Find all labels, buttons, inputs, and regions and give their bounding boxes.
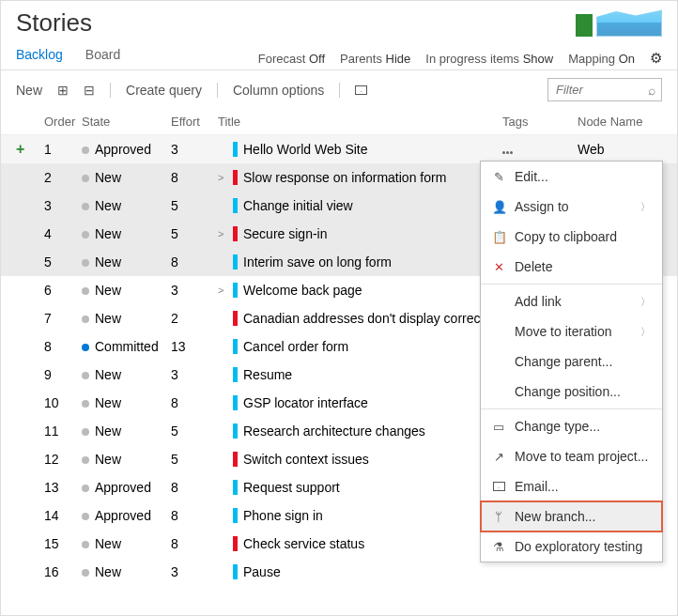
cell-order: 16 [44, 564, 82, 579]
cell-title[interactable]: Interim save on long form [218, 254, 502, 270]
pencil-icon: ✎ [492, 170, 505, 184]
cell-order: 14 [44, 508, 82, 523]
col-state[interactable]: State [82, 115, 171, 129]
menu-edit[interactable]: ✎Edit... [481, 162, 662, 192]
menu-change-position[interactable]: Change position... [481, 377, 662, 407]
menu-new-branch[interactable]: ᛘNew branch... [481, 501, 662, 531]
cell-state: New [82, 226, 171, 241]
table-row[interactable]: +1Approved3Hello World Web SiteWeb [1, 135, 677, 163]
cell-state: Approved [82, 508, 171, 523]
cell-order: 10 [44, 395, 82, 410]
cell-order: 13 [44, 480, 82, 495]
cell-order: 12 [44, 452, 82, 467]
col-node[interactable]: Node Name [578, 115, 662, 129]
menu-delete[interactable]: ✕Delete [481, 252, 662, 282]
column-options-button[interactable]: Column options [233, 83, 324, 98]
collapse-icon[interactable]: ⊟ [84, 83, 95, 98]
expand-icon[interactable]: ⊞ [57, 83, 69, 98]
menu-copy[interactable]: 📋Copy to clipboard [481, 222, 662, 252]
cell-state: New [82, 424, 171, 439]
cell-title[interactable]: Hello World Web Site [218, 142, 502, 157]
clipboard-icon: 📋 [492, 230, 505, 244]
cell-effort: 3 [171, 367, 218, 382]
cell-state: New [82, 367, 171, 382]
tab-backlog[interactable]: Backlog [16, 47, 63, 69]
filter-input[interactable] [548, 79, 642, 100]
type-bar [233, 395, 238, 410]
cell-effort: 3 [171, 564, 218, 579]
type-bar [233, 367, 238, 382]
cell-effort: 2 [171, 311, 218, 326]
cell-title[interactable]: >Slow response on information form [218, 170, 502, 185]
page-title: Stories [16, 8, 92, 38]
change-type-icon: ▭ [492, 420, 505, 434]
cell-state: Approved [82, 142, 171, 157]
menu-change-type[interactable]: ▭Change type... [481, 411, 662, 441]
type-bar [233, 564, 238, 579]
cell-title[interactable]: Phone sign in [218, 508, 502, 523]
cell-order: 11 [44, 424, 82, 439]
col-effort[interactable]: Effort [171, 115, 218, 129]
settings-gear-icon[interactable]: ⚙ [650, 50, 662, 67]
cell-title[interactable]: Change initial view [218, 198, 502, 213]
col-tags[interactable]: Tags [502, 115, 578, 129]
move-project-icon: ↗ [492, 450, 505, 464]
cell-state: New [82, 311, 171, 326]
new-button[interactable]: New [16, 83, 42, 98]
filter-box[interactable]: ⌕ [547, 78, 662, 101]
type-bar [233, 508, 238, 523]
inprogress-toggle[interactable]: In progress items Show [425, 52, 553, 66]
chevron-right-icon: 〉 [640, 200, 651, 214]
cell-order: 8 [44, 339, 82, 354]
cell-order: 4 [44, 226, 82, 241]
cell-title[interactable]: Canadian addresses don't display correct… [218, 311, 502, 326]
cell-order: 6 [44, 283, 82, 298]
menu-change-parent[interactable]: Change parent... [481, 346, 662, 377]
cell-state: Approved [82, 480, 171, 495]
mapping-toggle[interactable]: Mapping On [568, 52, 635, 66]
cell-state: New [82, 536, 171, 551]
more-icon[interactable] [502, 151, 513, 154]
cell-title[interactable]: Pause [218, 564, 502, 579]
menu-add-link[interactable]: Add link〉 [481, 286, 662, 316]
delete-icon: ✕ [492, 260, 505, 274]
col-order[interactable]: Order [44, 115, 82, 129]
type-bar [233, 536, 238, 551]
menu-move-iteration[interactable]: Move to iteration〉 [481, 316, 662, 346]
cell-effort: 5 [171, 424, 218, 439]
cell-order: 7 [44, 311, 82, 326]
sparkline-charts [576, 8, 662, 37]
type-bar [233, 254, 238, 270]
menu-assign[interactable]: 👤Assign to〉 [481, 192, 662, 222]
cell-state: New [82, 254, 171, 270]
cell-title[interactable]: Switch context issues [218, 452, 502, 467]
cell-title[interactable]: Cancel order form [218, 339, 502, 354]
cell-title[interactable]: >Welcome back page [218, 283, 502, 298]
cell-node: Web [578, 142, 662, 157]
cell-title[interactable]: >Secure sign-in [218, 226, 502, 241]
cell-effort: 8 [171, 508, 218, 523]
cell-effort: 3 [171, 283, 218, 298]
cell-effort: 5 [171, 198, 218, 213]
menu-move-project[interactable]: ↗Move to team project... [481, 441, 662, 471]
search-icon[interactable]: ⌕ [642, 83, 661, 98]
email-icon[interactable] [355, 83, 367, 98]
cell-title[interactable]: Resume [218, 367, 502, 382]
parents-toggle[interactable]: Parents Hide [340, 52, 410, 66]
cell-title[interactable]: Request support [218, 480, 502, 495]
cell-title[interactable]: Check service status [218, 536, 502, 551]
create-query-button[interactable]: Create query [126, 83, 202, 98]
add-icon[interactable]: + [16, 141, 24, 157]
cell-state: New [82, 198, 171, 213]
forecast-toggle[interactable]: Forecast Off [258, 52, 325, 66]
type-bar [233, 424, 238, 439]
email-icon [492, 480, 505, 494]
col-title[interactable]: Title [218, 115, 502, 129]
tab-board[interactable]: Board [85, 47, 120, 69]
type-bar [233, 283, 238, 298]
menu-email[interactable]: Email... [481, 471, 662, 501]
cell-order: 3 [44, 198, 82, 213]
menu-exploratory-testing[interactable]: ⚗Do exploratory testing [481, 531, 662, 562]
cell-title[interactable]: GSP locator interface [218, 395, 502, 410]
cell-title[interactable]: Research architecture changes [218, 424, 502, 439]
